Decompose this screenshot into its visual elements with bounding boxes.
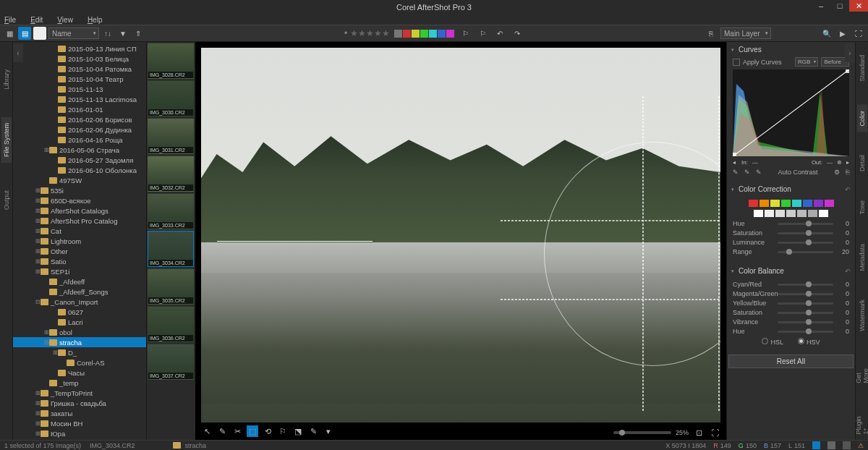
- tree-item[interactable]: ⊞obol: [13, 327, 146, 337]
- rotate-ccw-icon[interactable]: ↶: [493, 27, 506, 40]
- tab-color[interactable]: Color: [857, 105, 867, 132]
- slideshow-icon[interactable]: ▶: [836, 27, 849, 40]
- search-icon[interactable]: 🔍: [820, 27, 833, 40]
- tree-item[interactable]: ⊞Other: [13, 246, 146, 256]
- hsv-radio[interactable]: HSV: [798, 338, 820, 346]
- color-tag[interactable]: [420, 30, 428, 38]
- tab-detail[interactable]: Detail: [857, 149, 867, 177]
- apply-curves-checkbox[interactable]: [733, 59, 740, 66]
- color-swatch[interactable]: [770, 200, 780, 207]
- color-tag[interactable]: [429, 30, 437, 38]
- thumbnail[interactable]: IMG_3033.CR2: [148, 193, 194, 229]
- curves-save-icon[interactable]: ⎘: [846, 169, 849, 176]
- actual-icon[interactable]: ⛶: [709, 427, 720, 438]
- color-swatch[interactable]: [797, 210, 807, 217]
- color-swatch[interactable]: [792, 200, 801, 207]
- reset-icon[interactable]: ↶: [845, 186, 851, 193]
- color-tag[interactable]: [412, 30, 420, 38]
- slider-saturation[interactable]: Saturation0: [733, 229, 849, 237]
- thumbnail[interactable]: IMG_3034.CR2: [148, 231, 194, 267]
- tree-item[interactable]: ⊞2016-05-06 Страча: [13, 145, 146, 155]
- menu-edit[interactable]: Edit: [30, 16, 43, 24]
- rotate-cw-icon[interactable]: ↷: [511, 27, 524, 40]
- tree-item[interactable]: 2016-06-10 Оболонка: [13, 165, 146, 175]
- tree-item[interactable]: 2016-04-16 Роща: [13, 135, 146, 145]
- tree-item[interactable]: 497SW: [13, 175, 146, 185]
- slider-luminance[interactable]: Luminance0: [733, 239, 849, 246]
- curves-preset-icon[interactable]: ⚙: [834, 169, 840, 176]
- tree-item[interactable]: 0627: [13, 307, 146, 317]
- fullscreen-icon[interactable]: ⛶: [852, 27, 865, 40]
- auto-contrast-button[interactable]: Auto Contrast: [767, 169, 828, 176]
- color-swatch[interactable]: [754, 210, 763, 217]
- crop-tool-icon[interactable]: ✂: [231, 425, 243, 437]
- color-tag[interactable]: [438, 30, 446, 38]
- flag-reject-icon[interactable]: ⚐: [476, 27, 489, 40]
- tree-item[interactable]: 2015-10-04 Ратомка: [13, 64, 146, 74]
- tree-item[interactable]: 2015-11-13 Lacrimosa: [13, 94, 146, 104]
- reset-icon[interactable]: ↶: [845, 268, 851, 275]
- sort-asc-icon[interactable]: ↑↓: [101, 27, 114, 40]
- slider-hue[interactable]: Hue0: [733, 328, 849, 335]
- tree-item[interactable]: ⊞AfterShot Catalogs: [13, 205, 146, 216]
- layer-select[interactable]: Main Layer: [720, 27, 771, 39]
- tree-item[interactable]: Corel-AS: [13, 357, 146, 368]
- color-balance-header[interactable]: Color Balance ↶: [728, 265, 854, 277]
- hue-swatches[interactable]: [733, 200, 849, 207]
- slider-vibrance[interactable]: Vibrance0: [733, 318, 849, 326]
- color-tag[interactable]: [394, 30, 402, 38]
- tree-item[interactable]: 2016-02-06 Борисов: [13, 114, 146, 124]
- export-icon[interactable]: ⇑: [132, 27, 145, 40]
- view-grid-icon[interactable]: ▦: [3, 27, 16, 40]
- slider-cyanred[interactable]: Cyan/Red0: [733, 281, 849, 288]
- gray-point-icon[interactable]: ✎: [744, 169, 750, 176]
- tree-item[interactable]: ⊞535i: [13, 185, 146, 195]
- straighten-overlay[interactable]: [544, 142, 720, 367]
- folder-tree[interactable]: 2015-09-13 Линия СП2015-10-03 Белица2015…: [13, 42, 146, 440]
- panel-collapse-left[interactable]: ‹: [13, 43, 23, 62]
- thumbnail[interactable]: IMG_3036.CR2: [148, 306, 194, 342]
- wb-tool-icon[interactable]: ✎: [216, 425, 228, 437]
- close-button[interactable]: ✕: [849, 0, 868, 12]
- color-swatch[interactable]: [749, 200, 758, 207]
- tree-item[interactable]: 2016-05-27 Задомля: [13, 155, 146, 165]
- tree-item[interactable]: Lacri: [13, 317, 146, 327]
- tree-item[interactable]: ⊞Cat: [13, 226, 146, 236]
- curves-histogram[interactable]: [733, 69, 849, 156]
- color-swatch[interactable]: [760, 200, 769, 207]
- preview-image[interactable]: [201, 48, 720, 423]
- black-point-icon[interactable]: ✎: [733, 169, 739, 176]
- thumbnail[interactable]: IMG_3037.CR2: [148, 344, 194, 380]
- redeye-tool-icon[interactable]: ⟲: [262, 425, 273, 437]
- warning-icon[interactable]: ⚠: [858, 442, 864, 449]
- copy-settings-icon[interactable]: ⎘: [705, 27, 718, 40]
- rating-stars[interactable]: ★★★★★: [344, 28, 390, 38]
- tree-item[interactable]: ⊞закаты: [13, 408, 146, 418]
- tab-tone[interactable]: Tone: [857, 195, 867, 221]
- slider-saturation[interactable]: Saturation0: [733, 309, 849, 316]
- color-correction-header[interactable]: Color Correction ↶: [728, 183, 854, 195]
- menu-help[interactable]: Help: [88, 16, 103, 24]
- minimize-button[interactable]: –: [812, 0, 830, 12]
- tree-item[interactable]: 2015-10-04 Театр: [13, 74, 146, 84]
- slider-hue[interactable]: Hue0: [733, 220, 849, 227]
- color-swatch[interactable]: [814, 200, 823, 207]
- status-icon-1[interactable]: [812, 441, 820, 449]
- tree-item[interactable]: _Afdeeff_Songs: [13, 286, 146, 297]
- color-swatch[interactable]: [825, 200, 834, 207]
- sort-select[interactable]: Name: [48, 27, 99, 39]
- thumbnail[interactable]: IMG_3028.CR2: [148, 43, 194, 79]
- maximize-button[interactable]: □: [830, 0, 849, 12]
- color-tag[interactable]: [446, 30, 454, 38]
- white-point-icon[interactable]: ✎: [756, 169, 762, 176]
- reset-all-button[interactable]: Reset All: [728, 355, 854, 368]
- lum-swatches[interactable]: [733, 210, 849, 217]
- tree-item[interactable]: ⊟_Canon_Import: [13, 297, 146, 307]
- color-swatch[interactable]: [819, 210, 828, 217]
- curves-header[interactable]: Curves ↶: [728, 43, 854, 56]
- color-swatch[interactable]: [803, 200, 812, 207]
- tree-item[interactable]: ⊞Satio: [13, 256, 146, 266]
- view-filmstrip-icon[interactable]: ▤: [18, 27, 31, 40]
- fit-icon[interactable]: ⊡: [693, 427, 705, 438]
- color-swatch[interactable]: [775, 210, 785, 217]
